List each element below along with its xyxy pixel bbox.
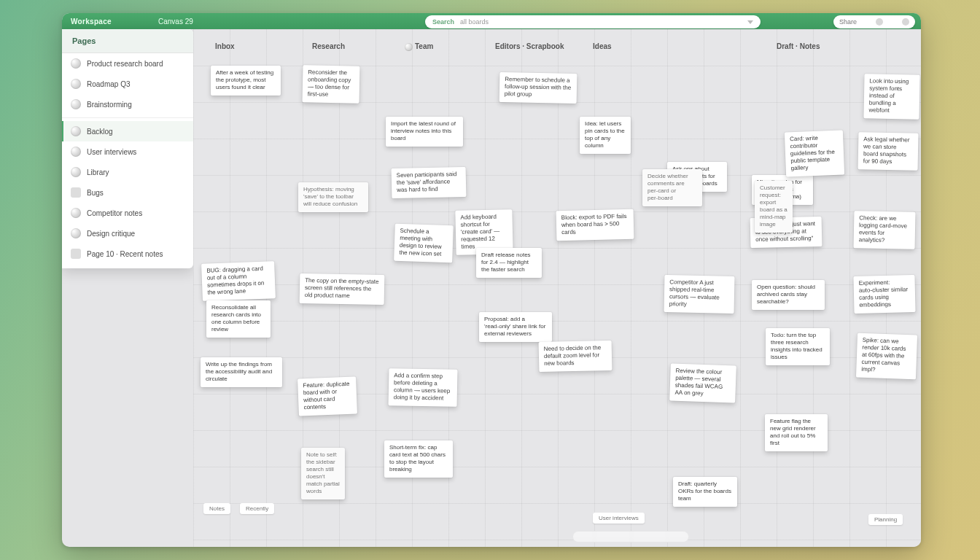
sidebar-item-label: Product research board bbox=[87, 60, 163, 68]
note-card[interactable]: Reconsider the onboarding copy — too den… bbox=[303, 65, 360, 103]
footer-chip[interactable]: User interviews bbox=[593, 513, 645, 524]
share-button[interactable]: Share bbox=[833, 15, 915, 28]
note-card[interactable]: Todo: turn the top three research insigh… bbox=[766, 328, 830, 365]
column-header[interactable]: Research bbox=[312, 42, 345, 50]
bottom-tray[interactable] bbox=[572, 531, 689, 542]
sidebar-item-label: Roadmap Q3 bbox=[87, 80, 130, 88]
tag-icon bbox=[71, 249, 81, 259]
note-card[interactable]: Feature: duplicate board with or without… bbox=[298, 376, 357, 416]
avatar-icon bbox=[71, 228, 81, 238]
note-card[interactable]: Experiment: auto‑cluster similar cards u… bbox=[853, 275, 915, 314]
sidebar-item-7[interactable]: Competitor notes bbox=[62, 203, 193, 223]
sidebar-separator bbox=[62, 117, 193, 118]
tag-icon bbox=[71, 187, 81, 198]
sidebar-item-5[interactable]: Library bbox=[62, 162, 193, 182]
avatar-icon bbox=[71, 79, 81, 89]
note-card[interactable]: Import the latest round of interview not… bbox=[386, 117, 463, 147]
note-card[interactable]: Add a confirm step before deleting a col… bbox=[389, 368, 458, 407]
sidebar-item-4[interactable]: User interviews bbox=[62, 141, 193, 162]
board-canvas[interactable]: InboxResearchTeamEditors · ScrapbookIdea… bbox=[193, 29, 921, 547]
sidebar-item-2[interactable]: Brainstorming bbox=[62, 94, 193, 114]
sidebar-item-label: User interviews bbox=[87, 148, 136, 156]
share-label: Share bbox=[839, 18, 857, 26]
sidebar-item-label: Page 10 · Recent notes bbox=[87, 250, 163, 258]
sidebar-item-6[interactable]: Bugs bbox=[62, 182, 193, 203]
app-window: Workspace Canvas 29 Pages Product resear… bbox=[62, 13, 921, 547]
column-label: Team bbox=[415, 42, 433, 50]
note-card[interactable]: Draft release notes for 2.4 — highlight … bbox=[476, 248, 542, 278]
note-card[interactable]: Seven participants said the 'save' affor… bbox=[392, 167, 467, 198]
sidebar-item-label: Backlog bbox=[87, 128, 113, 136]
footer-chip[interactable]: Recently bbox=[240, 503, 274, 514]
note-card[interactable]: Reconsolidate all research cards into on… bbox=[206, 300, 271, 338]
note-card[interactable]: BUG: dragging a card out of a column som… bbox=[201, 261, 276, 301]
note-card[interactable]: Customer request: export board as a mind… bbox=[755, 181, 793, 233]
column-header[interactable]: Editors · Scrapbook bbox=[495, 42, 564, 50]
note-card[interactable]: Write up the findings from the accessibi… bbox=[201, 357, 282, 387]
presence-icon bbox=[876, 18, 883, 26]
note-card[interactable]: Schedule a meeting with design to review… bbox=[394, 224, 454, 263]
footer-chip[interactable]: Notes bbox=[203, 503, 230, 514]
avatar-icon bbox=[71, 99, 81, 109]
sidebar-item-8[interactable]: Design critique bbox=[62, 223, 193, 244]
column-label: Inbox bbox=[215, 42, 235, 50]
sidebar-item-label: Brainstorming bbox=[87, 101, 132, 109]
column-header[interactable]: Draft · Notes bbox=[777, 42, 820, 50]
column-header[interactable]: Inbox bbox=[215, 42, 235, 50]
avatar-icon bbox=[71, 126, 81, 136]
note-card[interactable]: Decide whether comments are per‑card or … bbox=[642, 169, 702, 206]
note-card[interactable]: Remember to schedule a follow‑up session… bbox=[499, 72, 578, 104]
note-card[interactable]: Draft: quarterly OKRs for the boards tea… bbox=[673, 477, 737, 507]
search-input[interactable]: Search all boards bbox=[425, 15, 761, 28]
sidebar-item-label: Competitor notes bbox=[87, 209, 142, 217]
avatar-icon bbox=[71, 58, 81, 69]
note-card[interactable]: Look into using system fonts instead of … bbox=[863, 74, 919, 119]
note-card[interactable]: Note to self: the sidebar search still d… bbox=[301, 448, 345, 499]
column-label: Research bbox=[312, 42, 345, 50]
note-card[interactable]: Hypothesis: moving 'save' to the toolbar… bbox=[298, 182, 368, 212]
note-card[interactable]: Need to decide on the default zoom level… bbox=[539, 341, 612, 372]
sidebar-item-label: Design critique bbox=[87, 230, 135, 238]
avatar-icon bbox=[405, 43, 413, 51]
sidebar-item-1[interactable]: Roadmap Q3 bbox=[62, 74, 193, 94]
note-card[interactable]: Open question: should archived cards sta… bbox=[752, 280, 825, 310]
column-label: Ideas bbox=[593, 42, 612, 50]
sidebar-item-label: Library bbox=[87, 168, 109, 176]
note-card[interactable]: The copy on the empty‑state screen still… bbox=[300, 273, 385, 305]
search-label: Search bbox=[432, 18, 454, 26]
note-card[interactable]: After a week of testing the prototype, m… bbox=[211, 66, 281, 96]
sidebar: Pages Product research board Roadmap Q3 … bbox=[62, 29, 193, 268]
column-header[interactable]: Ideas bbox=[593, 42, 612, 50]
note-card[interactable]: Feature flag the new grid renderer and r… bbox=[765, 414, 828, 451]
avatar-icon bbox=[71, 147, 81, 157]
sidebar-section[interactable]: Pages bbox=[62, 29, 193, 53]
presence-icon bbox=[902, 18, 909, 26]
chevron-down-icon[interactable] bbox=[747, 20, 753, 24]
app-title: Workspace bbox=[71, 18, 158, 26]
note-card[interactable]: Idea: let users pin cards to the top of … bbox=[580, 117, 631, 154]
column-label: Draft · Notes bbox=[777, 42, 820, 50]
note-card[interactable]: Block: export to PDF fails when board ha… bbox=[556, 209, 634, 241]
avatar-icon bbox=[71, 167, 81, 177]
note-card[interactable]: Review the colour palette — several shad… bbox=[669, 363, 736, 402]
note-card[interactable]: Ask legal whether we can store board sna… bbox=[858, 132, 919, 171]
note-card[interactable]: Card: write contributor guidelines for t… bbox=[785, 130, 844, 176]
search-hint: all boards bbox=[460, 18, 489, 26]
column-label: Editors · Scrapbook bbox=[495, 42, 564, 50]
column-header[interactable]: Team bbox=[405, 42, 433, 51]
note-card[interactable]: Check: are we logging card‑move events f… bbox=[854, 211, 916, 249]
sidebar-item-3[interactable]: Backlog bbox=[62, 121, 193, 141]
note-card[interactable]: Short‑term fix: cap card text at 500 cha… bbox=[384, 440, 453, 478]
note-card[interactable]: Spike: can we render 10k cards at 60fps … bbox=[856, 333, 917, 380]
note-card[interactable]: Proposal: add a 'read‑only' share link f… bbox=[479, 312, 552, 342]
sidebar-item-label: Bugs bbox=[87, 189, 104, 197]
sidebar-item-9[interactable]: Page 10 · Recent notes bbox=[62, 244, 193, 264]
footer-chip[interactable]: Planning bbox=[868, 514, 903, 525]
avatar-icon bbox=[71, 208, 81, 218]
note-card[interactable]: Competitor A just shipped real‑time curs… bbox=[664, 275, 735, 314]
sidebar-item-0[interactable]: Product research board bbox=[62, 53, 193, 74]
